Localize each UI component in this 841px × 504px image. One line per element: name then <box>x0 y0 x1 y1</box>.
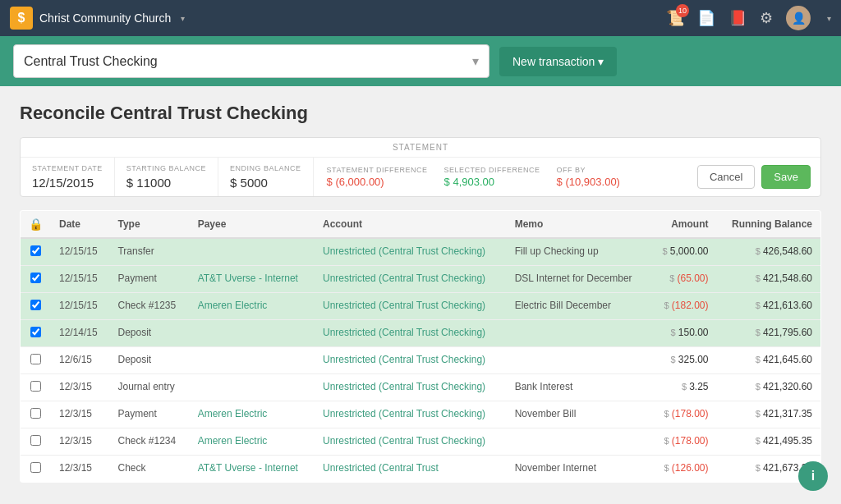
account-select-arrow: ▾ <box>472 53 479 69</box>
row-checkbox[interactable] <box>30 354 41 364</box>
row-running-balance: $ 426,548.60 <box>717 238 821 266</box>
row-memo: November Internet <box>507 456 650 483</box>
top-nav: $ Christ Community Church ▾ 📜 10 📄 📕 ⚙ 👤… <box>0 0 841 36</box>
row-memo <box>507 428 650 456</box>
selected-value: $ 4,903.00 <box>444 176 540 188</box>
info-button[interactable]: i <box>798 461 828 491</box>
row-running-balance: $ 421,317.35 <box>717 401 821 428</box>
row-payee <box>190 238 315 266</box>
row-memo <box>507 320 650 347</box>
row-type: Transfer <box>109 238 189 266</box>
row-payee: AT&T Uverse - Internet <box>190 266 315 293</box>
avatar-dropdown-arrow[interactable]: ▾ <box>827 14 831 23</box>
cancel-button[interactable]: Cancel <box>697 165 755 189</box>
row-account[interactable]: Unrestricted (Central Trust <box>315 456 507 483</box>
transactions-table: 🔒 Date Type Payee Account Memo Amount Ru… <box>20 210 821 483</box>
row-checkbox-cell[interactable] <box>21 266 52 293</box>
col-type: Type <box>109 211 189 239</box>
row-account[interactable]: Unrestricted (Central Trust Checking) <box>315 347 507 374</box>
col-amount: Amount <box>650 211 716 239</box>
row-memo: Electric Bill December <box>507 293 650 320</box>
table-header-row: 🔒 Date Type Payee Account Memo Amount Ru… <box>21 211 821 239</box>
row-account[interactable]: Unrestricted (Central Trust Checking) <box>315 266 507 293</box>
col-memo: Memo <box>507 211 650 239</box>
table-row: 12/3/15 Check AT&T Uverse - Internet Unr… <box>21 456 821 483</box>
row-amount: $ (65.00) <box>650 266 716 293</box>
table-row: 12/3/15 Payment Ameren Electric Unrestri… <box>21 401 821 428</box>
notifications-icon[interactable]: 📜 10 <box>666 9 684 27</box>
row-amount: $ (178.00) <box>650 428 716 456</box>
row-date: 12/6/15 <box>51 347 109 374</box>
row-memo: Bank Interest <box>507 374 650 401</box>
statement-date-field: STATEMENT DATE 12/15/2015 <box>21 158 115 196</box>
row-amount: $ (126.00) <box>650 456 716 483</box>
row-type: Check #1235 <box>109 293 189 320</box>
table-row: 12/14/15 Deposit Unrestricted (Central T… <box>21 320 821 347</box>
row-payee <box>190 374 315 401</box>
row-checkbox-cell[interactable] <box>21 428 52 456</box>
row-date: 12/3/15 <box>51 428 109 456</box>
notification-badge: 10 <box>676 4 689 17</box>
row-memo: November Bill <box>507 401 650 428</box>
row-account[interactable]: Unrestricted (Central Trust Checking) <box>315 374 507 401</box>
row-checkbox-cell[interactable] <box>21 456 52 483</box>
row-checkbox-cell[interactable] <box>21 347 52 374</box>
row-payee: AT&T Uverse - Internet <box>190 456 315 483</box>
account-select[interactable]: Central Trust Checking ▾ <box>13 44 489 78</box>
statement-date-value: 12/15/2015 <box>32 176 103 190</box>
save-button[interactable]: Save <box>761 165 811 189</box>
off-by: OFF BY $ (10,903.00) <box>557 166 620 188</box>
row-checkbox[interactable] <box>30 462 41 473</box>
row-amount: $ 325.00 <box>650 347 716 374</box>
row-account[interactable]: Unrestricted (Central Trust Checking) <box>315 428 507 456</box>
difference-value: $ (6,000.00) <box>327 176 428 188</box>
table-row: 12/15/15 Transfer Unrestricted (Central … <box>21 238 821 266</box>
statement-actions: Cancel Save <box>687 158 820 196</box>
statement-section-label: STATEMENT <box>21 138 820 158</box>
row-account[interactable]: Unrestricted (Central Trust Checking) <box>315 293 507 320</box>
row-payee <box>190 347 315 374</box>
row-account[interactable]: Unrestricted (Central Trust Checking) <box>315 238 507 266</box>
row-checkbox-cell[interactable] <box>21 293 52 320</box>
row-checkbox[interactable] <box>30 245 41 256</box>
table-row: 12/6/15 Deposit Unrestricted (Central Tr… <box>21 347 821 374</box>
row-date: 12/15/15 <box>51 293 109 320</box>
row-memo: Fill up Checking up <box>507 238 650 266</box>
row-date: 12/15/15 <box>51 238 109 266</box>
row-payee <box>190 320 315 347</box>
org-dropdown-arrow[interactable]: ▾ <box>181 14 185 23</box>
row-running-balance: $ 421,795.60 <box>717 320 821 347</box>
row-checkbox[interactable] <box>30 327 41 337</box>
row-payee: Ameren Electric <box>190 401 315 428</box>
documents-icon[interactable]: 📄 <box>697 9 715 27</box>
ending-balance-field[interactable]: ENDING BALANCE $ 5000 <box>218 158 314 196</box>
statement-fields: STATEMENT DATE 12/15/2015 STARTING BALAN… <box>21 158 820 196</box>
row-checkbox-cell[interactable] <box>21 401 52 428</box>
account-select-value: Central Trust Checking <box>24 54 158 69</box>
starting-balance-field[interactable]: STARTING BALANCE $ 11000 <box>115 158 218 196</box>
row-checkbox-cell[interactable] <box>21 320 52 347</box>
summary-fields: STATEMENT DIFFERENCE $ (6,000.00) SELECT… <box>314 158 687 196</box>
row-checkbox-cell[interactable] <box>21 238 52 266</box>
tablet-icon[interactable]: 📕 <box>728 9 747 27</box>
row-amount: $ 5,000.00 <box>650 238 716 266</box>
row-date: 12/3/15 <box>51 456 109 483</box>
row-checkbox[interactable] <box>30 300 41 310</box>
row-checkbox-cell[interactable] <box>21 374 52 401</box>
settings-icon[interactable]: ⚙ <box>760 9 773 27</box>
row-checkbox[interactable] <box>30 273 41 283</box>
new-transaction-button[interactable]: New transaction ▾ <box>499 47 617 76</box>
table-row: 12/15/15 Check #1235 Ameren Electric Unr… <box>21 293 821 320</box>
row-account[interactable]: Unrestricted (Central Trust Checking) <box>315 401 507 428</box>
col-running-balance: Running Balance <box>717 211 821 239</box>
avatar[interactable]: 👤 <box>786 6 811 30</box>
row-account[interactable]: Unrestricted (Central Trust Checking) <box>315 320 507 347</box>
row-type: Check #1234 <box>109 428 189 456</box>
row-amount: $ 150.00 <box>650 320 716 347</box>
row-checkbox[interactable] <box>30 435 41 446</box>
nav-left: $ Christ Community Church ▾ <box>10 7 185 30</box>
sub-nav: Central Trust Checking ▾ New transaction… <box>0 36 841 86</box>
row-checkbox[interactable] <box>30 408 41 419</box>
row-checkbox[interactable] <box>30 381 41 392</box>
row-running-balance: $ 421,613.60 <box>717 293 821 320</box>
